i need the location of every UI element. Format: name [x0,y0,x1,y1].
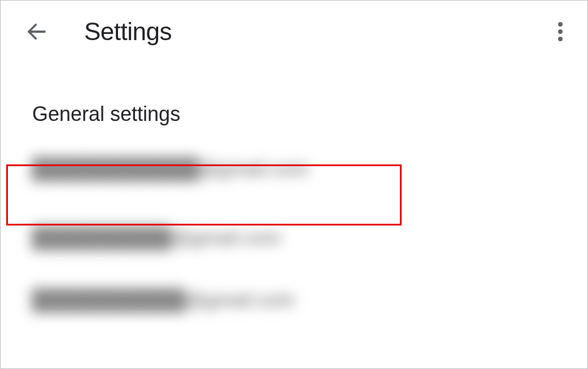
app-header: Settings [1,1,587,63]
svg-point-1 [558,22,563,27]
page-title: Settings [84,18,172,46]
more-options-button[interactable] [549,18,572,45]
general-settings-label: General settings [32,102,180,125]
account-email-2: ██████████@gmail.com [32,227,315,249]
more-vertical-icon [557,21,563,42]
arrow-left-icon [25,20,49,44]
account-item-3[interactable]: ███████████@gmail.com [32,262,587,324]
account-email-3: ███████████@gmail.com [32,289,326,311]
account-email-1: ████████████@gmail.com [32,158,349,180]
account-item-1[interactable]: ████████████@gmail.com [32,137,587,199]
svg-point-3 [558,37,563,41]
account-item-2[interactable]: ██████████@gmail.com [32,199,587,262]
svg-point-2 [558,29,563,34]
back-button[interactable] [23,18,50,45]
settings-list: General settings ████████████@gmail.com … [1,63,587,324]
general-settings-item[interactable]: General settings [32,63,587,137]
